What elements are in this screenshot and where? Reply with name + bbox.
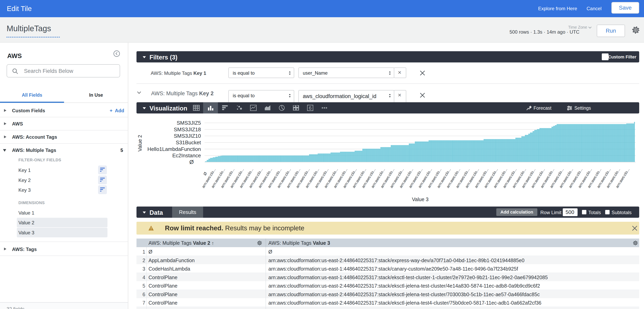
svg-text:Ec2Instance: Ec2Instance xyxy=(172,152,201,158)
svg-text:6: 6 xyxy=(309,105,312,111)
svg-text:SMS3JIZ10: SMS3JIZ10 xyxy=(174,133,201,139)
svg-text:Value 3: Value 3 xyxy=(412,196,429,202)
svg-text:S31Bucket: S31Bucket xyxy=(176,140,201,146)
svg-text:SMS3JIZ5: SMS3JIZ5 xyxy=(177,120,201,126)
svg-text:Ø: Ø xyxy=(189,159,194,165)
svg-text:Value 2: Value 2 xyxy=(137,135,143,152)
svg-text:Ø: Ø xyxy=(202,171,208,176)
svg-text:Hello1LambdaFunction: Hello1LambdaFunction xyxy=(148,146,201,152)
svg-text:SMS3JIZ18: SMS3JIZ18 xyxy=(174,126,201,132)
